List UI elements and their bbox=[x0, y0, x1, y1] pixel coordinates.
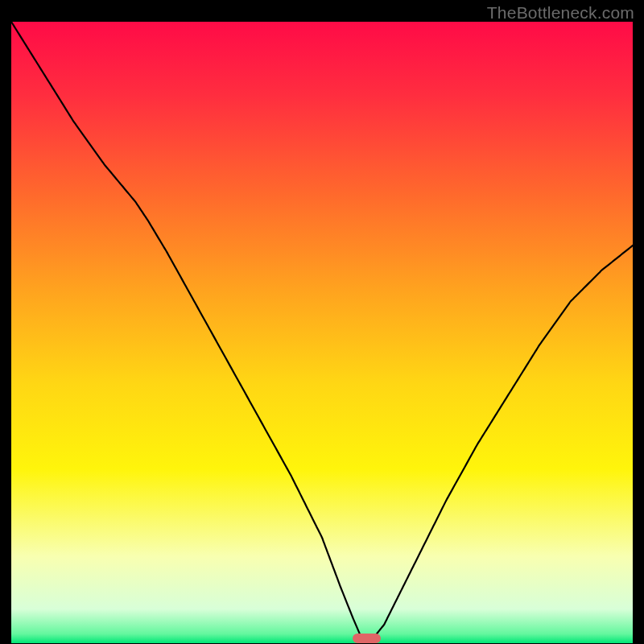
optimum-marker bbox=[353, 634, 381, 643]
chart-background-gradient bbox=[11, 22, 633, 643]
chart-frame bbox=[11, 22, 633, 643]
watermark-text: TheBottleneck.com bbox=[487, 3, 634, 23]
bottleneck-chart bbox=[11, 22, 633, 643]
